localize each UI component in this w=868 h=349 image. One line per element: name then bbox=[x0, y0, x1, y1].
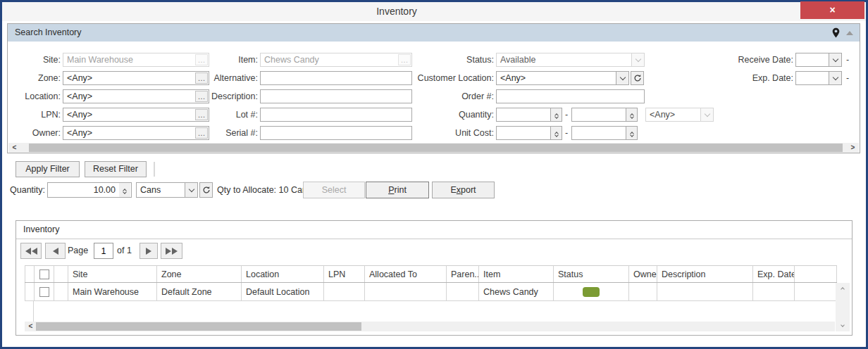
close-button[interactable]: × bbox=[800, 1, 864, 19]
lot-number-label: Lot #: bbox=[180, 108, 258, 122]
receive-date-label: Receive Date: bbox=[712, 53, 793, 67]
cell-exp-date bbox=[753, 283, 795, 300]
row-spacer bbox=[54, 283, 68, 300]
grid-vscrollbar[interactable] bbox=[836, 283, 850, 331]
row-checkbox[interactable] bbox=[39, 287, 49, 297]
column-header-location[interactable]: Location bbox=[242, 266, 324, 282]
column-header-site[interactable]: Site bbox=[68, 266, 157, 282]
print-button[interactable]: Print bbox=[366, 182, 429, 198]
title-bar: Inventory bbox=[2, 2, 866, 21]
export-button[interactable]: Export bbox=[432, 182, 495, 198]
unit-cost-from-field[interactable] bbox=[496, 126, 562, 140]
hscroll-thumb[interactable] bbox=[29, 144, 843, 152]
search-panel-hscrollbar[interactable]: < > bbox=[8, 143, 859, 153]
site-label: Site: bbox=[9, 53, 61, 67]
unit-cost-to-spinner[interactable] bbox=[626, 127, 637, 139]
allocation-quantity-input[interactable] bbox=[47, 182, 120, 198]
allocation-quantity-spinner[interactable] bbox=[119, 182, 132, 198]
cell-filler bbox=[795, 283, 837, 300]
column-header-allocated-to[interactable]: Allocated To bbox=[365, 266, 447, 282]
exp-date-dropdown-icon[interactable] bbox=[829, 72, 841, 84]
status-combo: Available bbox=[496, 53, 645, 67]
order-number-input[interactable] bbox=[496, 89, 645, 103]
pin-icon[interactable] bbox=[832, 27, 840, 41]
header-select-all[interactable] bbox=[35, 266, 54, 282]
exp-date-combo[interactable] bbox=[795, 71, 842, 85]
customer-location-combo[interactable]: <Any> bbox=[496, 71, 629, 85]
cell-description bbox=[657, 283, 753, 300]
column-header-parent[interactable]: Paren... bbox=[447, 266, 479, 282]
column-header-status[interactable]: Status bbox=[554, 266, 629, 282]
grid-scroll-down-icon[interactable] bbox=[836, 320, 850, 331]
serial-number-label: Serial #: bbox=[180, 126, 258, 140]
quantity-from-spinner[interactable] bbox=[550, 108, 562, 121]
cell-zone: Default Zone bbox=[157, 283, 242, 300]
close-icon: × bbox=[829, 4, 835, 15]
grid-scroll-left-icon[interactable]: < bbox=[25, 322, 36, 331]
column-header-description[interactable]: Description bbox=[657, 266, 753, 282]
receive-date-combo[interactable] bbox=[795, 53, 842, 67]
customer-location-dropdown-icon[interactable] bbox=[616, 72, 628, 84]
refresh-icon bbox=[202, 186, 211, 194]
scroll-left-icon[interactable]: < bbox=[9, 143, 20, 153]
description-label: Description: bbox=[180, 89, 258, 103]
uom-refresh-button[interactable] bbox=[199, 182, 213, 198]
customer-location-refresh-button[interactable] bbox=[631, 71, 644, 85]
unit-cost-label: Unit Cost: bbox=[402, 126, 494, 140]
first-page-button[interactable] bbox=[20, 243, 42, 259]
column-header-filler bbox=[795, 266, 837, 282]
zone-label: Zone: bbox=[9, 71, 61, 85]
collapse-panel-icon[interactable] bbox=[846, 31, 853, 35]
reset-filter-button[interactable]: Reset Filter bbox=[85, 161, 147, 177]
column-header-zone[interactable]: Zone bbox=[157, 266, 242, 282]
cell-item: Chews Candy bbox=[479, 283, 554, 300]
inventory-panel-title: Inventory bbox=[16, 221, 852, 239]
lot-number-input[interactable] bbox=[260, 108, 412, 122]
location-label: Location: bbox=[9, 89, 61, 103]
next-page-icon bbox=[146, 248, 151, 255]
column-header-owner[interactable]: Owner bbox=[629, 266, 657, 282]
search-panel-header[interactable]: Search Inventory bbox=[8, 24, 860, 42]
quantity-to-field[interactable] bbox=[571, 108, 638, 122]
quantity-to-spinner[interactable] bbox=[626, 108, 637, 121]
previous-page-icon bbox=[53, 248, 58, 255]
row-select-cell[interactable] bbox=[35, 283, 54, 300]
refresh-icon bbox=[633, 74, 642, 82]
receive-date-dropdown-icon[interactable] bbox=[829, 53, 841, 66]
unit-cost-from-spinner[interactable] bbox=[550, 127, 562, 139]
first-page-icon bbox=[25, 248, 31, 255]
select-button: Select bbox=[303, 182, 365, 198]
unit-cost-to-field[interactable] bbox=[571, 126, 638, 140]
page-number-input[interactable] bbox=[94, 243, 113, 259]
inventory-window: Inventory × Search Inventory Site: Main … bbox=[0, 0, 868, 349]
previous-page-button[interactable] bbox=[45, 243, 66, 259]
select-all-checkbox[interactable] bbox=[39, 269, 49, 279]
window-title: Inventory bbox=[2, 2, 866, 21]
last-page-button[interactable] bbox=[161, 243, 182, 259]
grid-hscrollbar[interactable]: < bbox=[25, 322, 835, 331]
column-header-item[interactable]: Item bbox=[479, 266, 554, 282]
column-header-exp-date[interactable]: Exp. Date bbox=[753, 266, 795, 282]
quantity-from-field[interactable] bbox=[496, 108, 562, 122]
scroll-right-icon[interactable]: > bbox=[848, 143, 858, 153]
status-label: Status: bbox=[402, 53, 494, 67]
column-header-lpn[interactable]: LPN bbox=[324, 266, 365, 282]
quantity-range-label: Quantity: bbox=[402, 108, 494, 122]
cell-site: Main Warehouse bbox=[68, 283, 157, 300]
description-input[interactable] bbox=[260, 89, 412, 103]
uom-dropdown-icon[interactable] bbox=[185, 183, 197, 197]
apply-filter-button[interactable]: Apply Filter bbox=[16, 161, 80, 177]
header-spacer bbox=[54, 266, 68, 282]
alternative-input[interactable] bbox=[260, 71, 412, 85]
allocation-quantity-label: Quantity: bbox=[10, 182, 45, 198]
exp-date-label: Exp. Date: bbox=[712, 71, 793, 85]
serial-number-input[interactable] bbox=[260, 126, 412, 140]
grid-hscroll-thumb[interactable] bbox=[36, 322, 361, 331]
quantity-uom-combo: <Any> bbox=[645, 108, 714, 122]
grid-scroll-up-icon[interactable] bbox=[836, 283, 850, 294]
lpn-label: LPN: bbox=[9, 108, 61, 122]
table-row[interactable]: Main Warehouse Default Zone Default Loca… bbox=[25, 283, 837, 301]
alternative-label: Alternative: bbox=[180, 71, 258, 85]
uom-combo[interactable]: Cans bbox=[136, 182, 198, 198]
next-page-button[interactable] bbox=[140, 243, 158, 259]
